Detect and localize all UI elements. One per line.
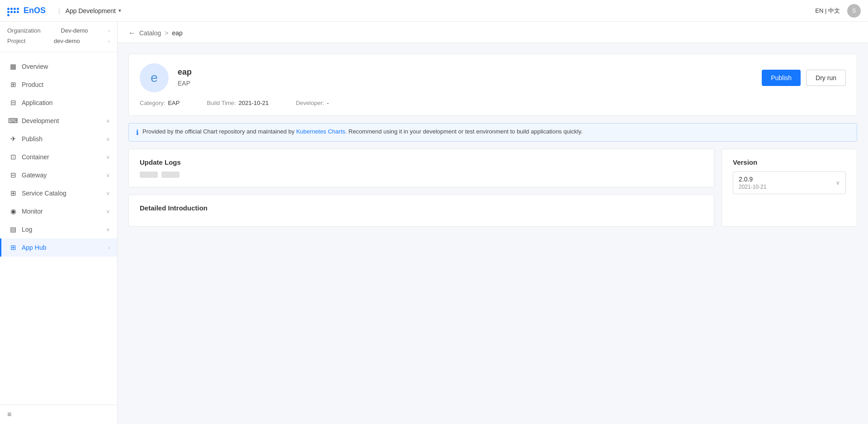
sidebar-item-app-hub[interactable]: ⊞ App Hub › bbox=[0, 238, 117, 257]
publish-button[interactable]: Publish bbox=[762, 70, 801, 86]
version-dropdown-arrow-icon: ∨ bbox=[836, 180, 840, 186]
version-date: 2021-10-21 bbox=[739, 184, 766, 190]
left-panel: Update Logs Detailed Introduction bbox=[128, 149, 714, 227]
page-content: e eap EAP Publish Dry run Category: EAP bbox=[118, 43, 868, 238]
sidebar-proj-value: dev-demo bbox=[54, 38, 80, 44]
sidebar-proj-arrow-icon: › bbox=[108, 38, 110, 44]
breadcrumb-current: eap bbox=[172, 29, 182, 37]
buildtime-value: 2021-10-21 bbox=[239, 100, 269, 106]
container-expand-icon: ∨ bbox=[106, 154, 110, 160]
publish-expand-icon: ∨ bbox=[106, 136, 110, 142]
app-subtitle: EAP bbox=[178, 80, 753, 87]
layout: Organization Dev-demo › Project dev-demo… bbox=[0, 22, 868, 424]
logo-dots bbox=[7, 8, 20, 14]
detailed-intro-title: Detailed Introduction bbox=[140, 204, 703, 212]
nav-divider: | bbox=[58, 7, 60, 14]
placeholder-block-1 bbox=[140, 172, 158, 178]
content-grid: Update Logs Detailed Introduction Versio… bbox=[128, 149, 857, 227]
development-icon: ⌨ bbox=[9, 117, 17, 125]
app-hub-expand-icon: › bbox=[108, 245, 110, 250]
app-hub-icon: ⊞ bbox=[9, 243, 17, 252]
sidebar: Organization Dev-demo › Project dev-demo… bbox=[0, 22, 118, 424]
sidebar-nav: ▦ Overview ⊞ Product ⊟ Application ⌨ Dev… bbox=[0, 54, 117, 260]
dry-run-button[interactable]: Dry run bbox=[806, 70, 846, 86]
update-logs-title: Update Logs bbox=[140, 158, 703, 166]
sidebar-item-overview[interactable]: ▦ Overview bbox=[0, 57, 117, 76]
breadcrumb-parent[interactable]: Catalog bbox=[139, 29, 161, 37]
monitor-icon: ◉ bbox=[9, 207, 17, 215]
sidebar-item-application[interactable]: ⊟ Application bbox=[0, 94, 117, 112]
gateway-icon: ⊟ bbox=[9, 171, 17, 179]
nav-app-arrow-icon: ▼ bbox=[118, 8, 122, 13]
info-icon: ℹ bbox=[136, 129, 139, 137]
sidebar-item-monitor[interactable]: ◉ Monitor ∨ bbox=[0, 202, 117, 220]
sidebar-org-arrow-icon: › bbox=[108, 28, 110, 33]
app-info: eap EAP bbox=[178, 67, 753, 89]
app-header-card: e eap EAP Publish Dry run Category: EAP bbox=[128, 54, 857, 116]
app-avatar: e bbox=[140, 63, 169, 92]
nav-app-selector[interactable]: App Development ▼ bbox=[66, 7, 122, 14]
placeholder-block-2 bbox=[161, 172, 179, 178]
sidebar-item-development[interactable]: ⌨ Development ∨ bbox=[0, 112, 117, 130]
sidebar-item-product[interactable]: ⊞ Product bbox=[0, 76, 117, 94]
overview-icon: ▦ bbox=[9, 62, 17, 71]
sidebar-collapse-icon[interactable]: ≡ bbox=[7, 410, 11, 418]
sidebar-item-gateway[interactable]: ⊟ Gateway ∨ bbox=[0, 166, 117, 184]
buildtime-label: Build Time: bbox=[207, 100, 236, 106]
sidebar-label-application: Application bbox=[22, 99, 110, 106]
sidebar-label-monitor: Monitor bbox=[22, 208, 102, 215]
app-meta-category: Category: EAP bbox=[140, 100, 179, 106]
sidebar-label-publish: Publish bbox=[22, 135, 102, 143]
lang-switch[interactable]: EN | 中文 bbox=[815, 7, 840, 15]
container-icon: ⊡ bbox=[9, 153, 17, 161]
development-expand-icon: ∨ bbox=[106, 118, 110, 124]
sidebar-label-log: Log bbox=[22, 226, 102, 233]
logo-text: EnOS bbox=[24, 6, 46, 15]
sidebar-label-overview: Overview bbox=[22, 63, 110, 70]
sidebar-label-product: Product bbox=[22, 81, 110, 88]
info-banner: ℹ Provided by the official Chart reposit… bbox=[128, 123, 857, 142]
nav-app-label: App Development bbox=[66, 7, 116, 14]
log-expand-icon: ∨ bbox=[106, 227, 110, 233]
sidebar-label-app-hub: App Hub bbox=[22, 244, 104, 251]
sidebar-proj-label: Project bbox=[7, 38, 25, 44]
application-icon: ⊟ bbox=[9, 99, 17, 107]
publish-icon: ✈ bbox=[9, 135, 17, 143]
log-icon: ▤ bbox=[9, 225, 17, 233]
sidebar-org-label: Organization bbox=[7, 27, 41, 34]
topnav-right: EN | 中文 S bbox=[815, 4, 861, 18]
sidebar-item-publish[interactable]: ✈ Publish ∨ bbox=[0, 130, 117, 148]
sidebar-item-service-catalog[interactable]: ⊞ Service Catalog ∨ bbox=[0, 184, 117, 202]
developer-label: Developer: bbox=[296, 100, 324, 106]
version-title: Version bbox=[733, 158, 846, 166]
sidebar-org-value: Dev-demo bbox=[61, 27, 88, 34]
info-banner-text: Provided by the official Chart repositor… bbox=[142, 128, 583, 135]
gateway-expand-icon: ∨ bbox=[106, 172, 110, 178]
version-select-dropdown[interactable]: 2.0.9 2021-10-21 ∨ bbox=[733, 172, 846, 194]
app-meta: Category: EAP Build Time: 2021-10-21 Dev… bbox=[140, 100, 846, 106]
developer-value: - bbox=[327, 100, 329, 106]
category-value: EAP bbox=[168, 100, 179, 106]
version-value-block: 2.0.9 2021-10-21 bbox=[739, 176, 766, 190]
kubernetes-charts-link[interactable]: Kubernetes Charts bbox=[296, 128, 345, 135]
user-avatar[interactable]: S bbox=[847, 4, 861, 18]
logo-area: EnOS bbox=[7, 6, 46, 15]
sidebar-divider bbox=[0, 52, 117, 52]
sidebar-label-gateway: Gateway bbox=[22, 172, 102, 179]
app-meta-developer: Developer: - bbox=[296, 100, 329, 106]
app-actions: Publish Dry run bbox=[762, 70, 846, 86]
product-icon: ⊞ bbox=[9, 81, 17, 89]
sidebar-item-container[interactable]: ⊡ Container ∨ bbox=[0, 148, 117, 166]
sidebar-org-row[interactable]: Organization Dev-demo › bbox=[7, 25, 110, 36]
version-card: Version 2.0.9 2021-10-21 ∨ bbox=[722, 149, 857, 227]
version-number: 2.0.9 bbox=[739, 176, 766, 183]
monitor-expand-icon: ∨ bbox=[106, 209, 110, 214]
service-catalog-expand-icon: ∨ bbox=[106, 191, 110, 196]
topnav: EnOS | App Development ▼ EN | 中文 S bbox=[0, 0, 868, 22]
update-logs-card: Update Logs bbox=[128, 149, 714, 187]
sidebar-proj-row[interactable]: Project dev-demo › bbox=[7, 36, 110, 46]
sidebar-item-log[interactable]: ▤ Log ∨ bbox=[0, 220, 117, 238]
sidebar-label-container: Container bbox=[22, 153, 102, 161]
main-content: ← Catalog > eap e eap EAP Publish bbox=[118, 22, 868, 424]
breadcrumb-back-button[interactable]: ← bbox=[128, 29, 136, 37]
